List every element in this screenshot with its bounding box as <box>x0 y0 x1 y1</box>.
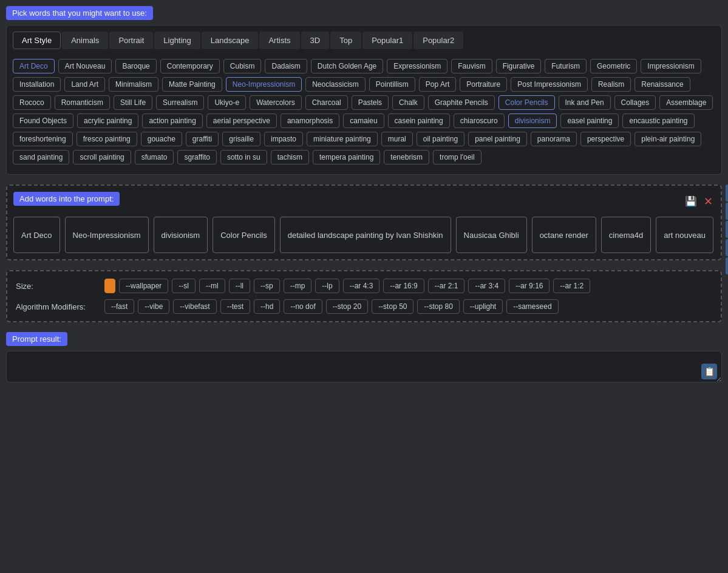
tab-art-style[interactable]: Art Style <box>13 32 61 49</box>
art-style-tag[interactable]: casein painting <box>388 114 450 128</box>
art-style-tag[interactable]: tenebrism <box>384 150 429 164</box>
side-btn-dash[interactable]: — <box>726 185 728 202</box>
art-style-tag[interactable]: Surrealism <box>156 95 204 110</box>
size-btn-mp[interactable]: --mp <box>284 279 312 293</box>
art-style-tag[interactable]: divisionism <box>508 114 557 128</box>
algo-btn-vibe[interactable]: --vibe <box>138 299 169 314</box>
art-style-tag[interactable]: Collages <box>614 95 656 110</box>
art-style-tag[interactable]: Dadaism <box>265 59 307 73</box>
algo-btn-fast[interactable]: --fast <box>104 299 134 314</box>
algo-btn-stop-80[interactable]: --stop 80 <box>417 299 459 314</box>
prompt-word-tag[interactable]: cinema4d <box>601 217 651 253</box>
art-style-tag[interactable]: Assemblage <box>659 95 713 110</box>
art-style-tag[interactable]: Romanticism <box>55 95 110 110</box>
save-icon[interactable]: 💾 <box>684 195 698 208</box>
art-style-tag[interactable]: gouache <box>141 132 182 146</box>
size-btn-wallpaper[interactable]: --wallpaper <box>119 279 168 293</box>
art-style-tag[interactable]: Cubism <box>223 59 262 73</box>
prompt-word-tag[interactable]: divisionism <box>154 217 208 253</box>
art-style-tag[interactable]: sfumato <box>135 150 174 164</box>
art-style-tag[interactable]: Ink and Pen <box>559 95 611 110</box>
art-style-tag[interactable]: foreshortening <box>13 132 73 146</box>
art-style-tag[interactable]: perspective <box>580 132 631 146</box>
tab-landscape[interactable]: Landscape <box>202 32 259 49</box>
size-btn-sp[interactable]: --sp <box>254 279 280 293</box>
art-style-tag[interactable]: grisaille <box>222 132 260 146</box>
art-style-tag[interactable]: chiaroscuro <box>454 114 505 128</box>
art-style-tag[interactable]: panel painting <box>468 132 527 146</box>
art-style-tag[interactable]: Pointillism <box>369 77 415 92</box>
art-style-tag[interactable]: Art Nouveau <box>58 59 112 73</box>
art-style-tag[interactable]: Rococo <box>13 95 51 110</box>
art-style-tag[interactable]: Neoclassicism <box>305 77 366 92</box>
art-style-tag[interactable]: Impressionism <box>641 59 701 73</box>
algo-btn-uplight[interactable]: --uplight <box>463 299 503 314</box>
art-style-tag[interactable]: Still Life <box>114 95 152 110</box>
size-btn-ar-1-2[interactable]: --ar 1:2 <box>553 279 590 293</box>
tab-portrait[interactable]: Portrait <box>109 32 153 49</box>
art-style-tag[interactable]: aerial perspective <box>206 114 277 128</box>
art-style-tag[interactable]: Installation <box>13 77 61 92</box>
art-style-tag[interactable]: Expressionism <box>387 59 447 73</box>
art-style-tag[interactable]: Ukiyo-e <box>208 95 246 110</box>
close-icon[interactable]: ✕ <box>701 195 715 208</box>
art-style-tag[interactable]: oil painting <box>417 132 464 146</box>
size-btn-ar-16-9[interactable]: --ar 16:9 <box>383 279 424 293</box>
side-btn-comma-by[interactable]: , by <box>726 239 728 256</box>
art-style-tag[interactable]: scroll painting <box>73 150 131 164</box>
side-btn-no[interactable]: --no <box>726 257 728 274</box>
prompt-word-tag[interactable]: Color Pencils <box>213 217 275 253</box>
algo-btn-hd[interactable]: --hd <box>254 299 280 314</box>
art-style-tag[interactable]: sand painting <box>13 150 69 164</box>
prompt-result-textarea[interactable] <box>6 351 722 382</box>
art-style-tag[interactable]: Neo-Impressionism <box>226 77 302 92</box>
algo-btn-stop-20[interactable]: --stop 20 <box>326 299 368 314</box>
tab-popular1[interactable]: Popular1 <box>362 32 412 49</box>
art-style-tag[interactable]: tachism <box>271 150 309 164</box>
art-style-tag[interactable]: graffiti <box>186 132 219 146</box>
art-style-tag[interactable]: fresco painting <box>77 132 137 146</box>
art-style-tag[interactable]: Found Objects <box>13 114 73 128</box>
tab-3d[interactable]: 3D <box>301 32 330 49</box>
art-style-tag[interactable]: Watercolors <box>250 95 302 110</box>
size-btn-sl[interactable]: --sl <box>172 279 196 293</box>
art-style-tag[interactable]: Renaissance <box>634 77 690 92</box>
size-btn-ll[interactable]: --ll <box>229 279 250 293</box>
art-style-tag[interactable]: Dutch Golden Age <box>311 59 383 73</box>
tab-artists[interactable]: Artists <box>259 32 299 49</box>
size-btn-ar-3-4[interactable]: --ar 3:4 <box>468 279 505 293</box>
art-style-tag[interactable]: easel painting <box>560 114 619 128</box>
size-btn-ar-9-16[interactable]: --ar 9:16 <box>509 279 549 293</box>
tab-top[interactable]: Top <box>330 32 361 49</box>
prompt-word-tag[interactable]: Nausicaa Ghibli <box>456 217 527 253</box>
art-style-tag[interactable]: acrylic painting <box>77 114 138 128</box>
art-style-tag[interactable]: Portraiture <box>460 77 507 92</box>
art-style-tag[interactable]: Charcoal <box>305 95 348 110</box>
art-style-tag[interactable]: impasto <box>264 132 303 146</box>
art-style-tag[interactable]: Contemporary <box>160 59 220 73</box>
prompt-word-tag[interactable]: Art Deco <box>13 217 60 253</box>
art-style-tag[interactable]: Land Art <box>64 77 105 92</box>
art-style-tag[interactable]: anamorphosis <box>281 114 339 128</box>
art-style-tag[interactable]: Futurism <box>545 59 587 73</box>
side-btn-doublecolon[interactable]: :: <box>726 221 728 238</box>
art-style-tag[interactable]: Fauvism <box>451 59 492 73</box>
art-style-tag[interactable]: tempera painting <box>313 150 380 164</box>
tab-lighting[interactable]: Lighting <box>154 32 200 49</box>
prompt-word-tag[interactable]: art nouveau <box>656 217 713 253</box>
prompt-word-tag[interactable]: octane render <box>532 217 596 253</box>
algo-btn-sameseed[interactable]: --sameseed <box>506 299 558 314</box>
copy-button[interactable]: 📋 <box>701 364 717 379</box>
size-btn-ar-4-3[interactable]: --ar 4:3 <box>343 279 380 293</box>
art-style-tag[interactable]: Figurative <box>496 59 542 73</box>
prompt-word-tag[interactable]: Neo-Impressionism <box>65 217 149 253</box>
art-style-tag[interactable]: Chalk <box>392 95 424 110</box>
size-btn-lp[interactable]: --lp <box>315 279 339 293</box>
algo-btn-stop-50[interactable]: --stop 50 <box>372 299 413 314</box>
art-style-tag[interactable]: Art Deco <box>13 59 55 73</box>
art-style-tag[interactable]: mural <box>381 132 413 146</box>
art-style-tag[interactable]: Post Impressionism <box>511 77 588 92</box>
tab-animals[interactable]: Animals <box>62 32 108 49</box>
algo-btn-test[interactable]: --test <box>220 299 250 314</box>
art-style-tag[interactable]: miniature painting <box>307 132 378 146</box>
